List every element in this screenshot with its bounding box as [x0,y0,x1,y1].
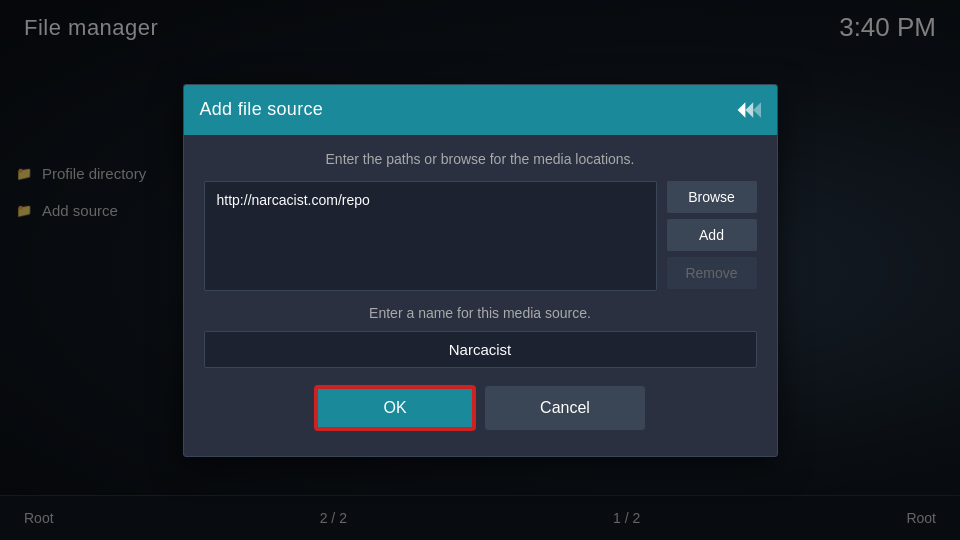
path-box[interactable]: http://narcacist.com/repo [204,181,657,291]
name-input-row: Narcacist [204,331,757,368]
svg-marker-2 [753,102,761,118]
browse-button[interactable]: Browse [667,181,757,213]
add-button[interactable]: Add [667,219,757,251]
path-buttons: Browse Add Remove [667,181,757,289]
name-label: Enter a name for this media source. [204,305,757,321]
dialog-header: Add file source [184,85,777,135]
dialog-title: Add file source [200,99,324,120]
path-row: http://narcacist.com/repo Browse Add Rem… [204,181,757,291]
svg-marker-1 [745,102,753,118]
ok-button[interactable]: OK [315,386,475,430]
dialog-actions: OK Cancel [204,386,757,440]
remove-button[interactable]: Remove [667,257,757,289]
dialog-subtitle: Enter the paths or browse for the media … [204,151,757,167]
name-input[interactable]: Narcacist [204,331,757,368]
svg-marker-0 [737,102,745,118]
cancel-button[interactable]: Cancel [485,386,645,430]
name-value: Narcacist [449,341,512,358]
kodi-logo-icon [735,97,761,123]
dialog-overlay: Add file source Enter the paths or brows… [0,0,960,540]
path-value: http://narcacist.com/repo [217,192,370,208]
dialog-body: Enter the paths or browse for the media … [184,135,777,456]
add-file-source-dialog: Add file source Enter the paths or brows… [183,84,778,457]
